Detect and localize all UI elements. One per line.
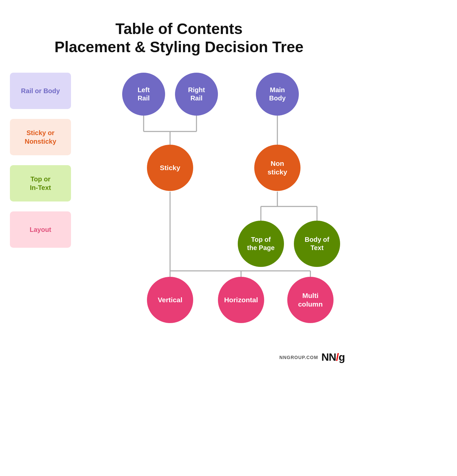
node-top-of-page: Top ofthe Page (238, 221, 284, 267)
node-main-body: MainBody (256, 73, 299, 116)
branding-site: NNGROUP.COM (279, 355, 318, 360)
page-title: Table of Contents Placement & Styling De… (0, 0, 358, 56)
legend-layout: Layout (10, 211, 71, 248)
branding-logo: NN/g (321, 351, 345, 363)
node-multi-column: Multicolumn (287, 277, 334, 323)
legend-top-or-intext: Top orIn-Text (10, 165, 71, 201)
node-left-rail: LeftRail (122, 73, 165, 116)
legend-sticky-or-nonsticky: Sticky orNonsticky (10, 119, 71, 155)
title-line1: Table of Contents (115, 20, 242, 37)
node-right-rail: RightRail (175, 73, 218, 116)
title-line2: Placement & Styling Decision Tree (54, 38, 303, 55)
node-non-sticky: Nonsticky (254, 145, 300, 191)
node-horizontal: Horizontal (218, 277, 264, 323)
diagram-area: Rail or Body Sticky orNonsticky Top orIn… (0, 73, 358, 370)
node-body-of-text: Body ofText (294, 221, 340, 267)
legend-rail-or-body: Rail or Body (10, 73, 71, 109)
legend: Rail or Body Sticky orNonsticky Top orIn… (10, 73, 71, 248)
node-sticky: Sticky (147, 145, 193, 191)
branding: NNGROUP.COM NN/g (279, 351, 345, 363)
node-vertical: Vertical (147, 277, 193, 323)
